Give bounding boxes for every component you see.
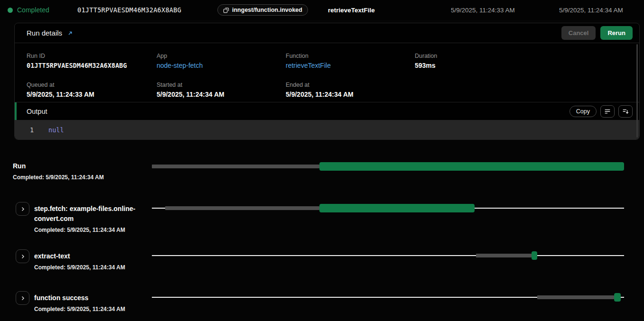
queued-duration-bar [476, 254, 532, 257]
timeline-step-label: extract-textCompleted: 5/9/2025, 11:24:3… [34, 251, 147, 271]
copy-button[interactable]: Copy [569, 106, 597, 117]
run-details-panel: Run details Cancel Rerun Run ID 01JTT5RP… [14, 23, 640, 140]
timeline-track [152, 162, 624, 171]
app-link[interactable]: node-step-fetch [157, 62, 286, 69]
event-badge[interactable]: inngest/function.invoked [217, 4, 308, 16]
top-function-name: retrieveTextFile [328, 0, 375, 20]
panel-title: Run details [27, 29, 62, 37]
run-status-label: Completed [17, 0, 49, 20]
wrap-text-icon [604, 108, 611, 115]
top-queued-timestamp: 5/9/2025, 11:24:33 AM [451, 0, 515, 20]
running-duration-bar [319, 204, 474, 212]
timeline-track [152, 251, 624, 260]
top-started-timestamp: 5/9/2025, 11:24:34 AM [559, 0, 623, 20]
queued-duration-bar [537, 295, 614, 299]
step-name: Run [13, 161, 126, 171]
rerun-button[interactable]: Rerun [600, 26, 633, 40]
field-label: Run ID [27, 53, 157, 59]
field-function: Function retrieveTextFile [286, 53, 415, 73]
timeline-track [152, 204, 624, 212]
output-status-accent [15, 102, 17, 120]
top-bar: Completed 01JTT5RPVAESDM46M32A6X8ABG inn… [0, 0, 644, 20]
function-link[interactable]: retrieveTextFile [286, 62, 415, 69]
field-queued-at: Queued at 5/9/2025, 11:24:33 AM [27, 82, 157, 102]
field-value-ended-at: 5/9/2025, 11:24:34 AM [286, 91, 415, 98]
copy-icon [223, 7, 229, 13]
external-link-icon[interactable] [67, 30, 74, 37]
code-line-number: 1 [30, 126, 37, 134]
running-duration-bar [319, 162, 624, 171]
step-completed-timestamp: Completed: 5/9/2025, 11:24:34 AM [34, 227, 147, 233]
expand-step-button[interactable] [16, 202, 29, 216]
queued-duration-bar [165, 206, 319, 210]
step-completed-timestamp: Completed: 5/9/2025, 11:24:34 AM [34, 306, 147, 312]
expand-output-button[interactable] [618, 105, 633, 118]
field-label: Duration [415, 53, 639, 59]
field-ended-at: Ended at 5/9/2025, 11:24:34 AM [286, 82, 415, 102]
field-value-run-id: 01JTT5RPVAESDM46M32A6X8ABG [27, 62, 157, 69]
panel-scrollbar[interactable] [636, 44, 638, 138]
timeline-step-label: function successCompleted: 5/9/2025, 11:… [34, 293, 147, 312]
chevron-right-icon [20, 254, 26, 259]
step-name: extract-text [34, 251, 147, 261]
run-metadata: Run ID 01JTT5RPVAESDM46M32A6X8ABG App no… [15, 43, 639, 102]
output-title: Output [27, 108, 47, 115]
field-label: App [157, 53, 286, 59]
status-dot-icon [8, 8, 13, 13]
timeline-track [152, 293, 624, 302]
running-duration-bar [614, 293, 621, 302]
expand-step-button[interactable] [16, 291, 29, 305]
cancel-button[interactable]: Cancel [561, 26, 596, 40]
running-duration-bar [532, 251, 537, 260]
field-label: Function [286, 53, 415, 59]
field-duration: Duration 593ms [415, 53, 639, 73]
field-label: Ended at [286, 82, 415, 88]
field-label: Queued at [27, 82, 157, 88]
timeline-baseline [152, 255, 624, 256]
field-value-duration: 593ms [415, 62, 639, 69]
chevron-right-icon [20, 206, 26, 212]
lines-arrow-down-icon [622, 108, 629, 115]
output-header: Output Copy [15, 102, 639, 120]
top-run-id: 01JTT5RPVAESDM46M32A6X8ABG [77, 0, 181, 20]
chevron-right-icon [20, 295, 26, 301]
timeline-step-label: RunCompleted: 5/9/2025, 11:24:34 AM [13, 161, 126, 181]
panel-header: Run details Cancel Rerun [15, 23, 639, 43]
field-app: App node-step-fetch [157, 53, 286, 73]
wrap-text-button[interactable] [600, 105, 615, 118]
timeline: RunCompleted: 5/9/2025, 11:24:34 AMstep.… [0, 140, 644, 321]
step-completed-timestamp: Completed: 5/9/2025, 11:24:34 AM [34, 264, 147, 271]
field-value-queued-at: 5/9/2025, 11:24:33 AM [27, 91, 157, 98]
step-name: function success [34, 293, 147, 303]
field-label: Started at [157, 82, 286, 88]
app-root: { "colors": { "status_green": "#2c9b63",… [0, 0, 644, 321]
step-name: step.fetch: example-files.online-convert… [34, 204, 147, 224]
step-completed-timestamp: Completed: 5/9/2025, 11:24:34 AM [13, 174, 126, 181]
queued-duration-bar [152, 165, 319, 168]
event-badge-label: inngest/function.invoked [232, 7, 302, 13]
timeline-step-label: step.fetch: example-files.online-convert… [34, 204, 147, 233]
code-output-value: null [48, 126, 64, 134]
field-value-started-at: 5/9/2025, 11:24:34 AM [157, 91, 286, 98]
output-code-block: 1 null [15, 120, 639, 140]
expand-step-button[interactable] [16, 249, 29, 263]
field-run-id: Run ID 01JTT5RPVAESDM46M32A6X8ABG [27, 53, 157, 73]
field-started-at: Started at 5/9/2025, 11:24:34 AM [157, 82, 286, 102]
